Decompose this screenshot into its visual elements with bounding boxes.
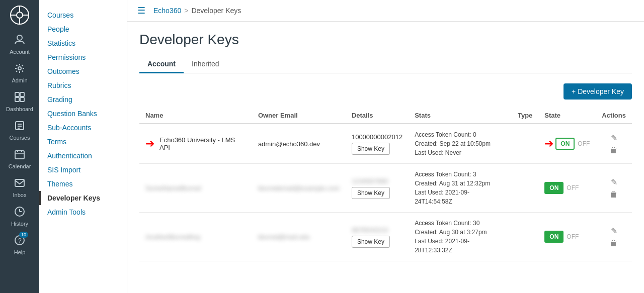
left-icon-nav: Account Admin Dashboard [0,0,39,293]
secondary-nav-admin-tools[interactable]: Admin Tools [39,205,127,219]
inbox-icon [14,177,25,191]
row3-show-key-button[interactable]: Show Key [352,236,390,248]
row1-actions: ✎ 🗑 [596,124,632,164]
row2-type [512,164,538,213]
nav-inbox-label: Inbox [13,192,27,198]
svg-rect-20 [15,179,24,186]
svg-point-7 [18,67,21,70]
row3-type [512,213,538,261]
calendar-icon [14,149,25,162]
row3-stats-text: Access Token Count: 30Created: Aug 30 at… [415,219,506,255]
row2-delete-icon[interactable]: 🗑 [610,190,618,199]
secondary-nav-grading[interactable]: Grading [39,92,127,107]
secondary-nav-themes[interactable]: Themes [39,177,127,191]
row2-toggle-off[interactable]: OFF [567,184,579,191]
history-icon [14,206,25,220]
row2-name-cell: SomeNameBlurred [139,164,252,213]
row2-toggle-group: ON OFF [544,182,590,194]
col-name: Name [139,108,252,124]
page-body: Developer Keys Account Inherited + Devel… [127,22,644,293]
row1-delete-icon[interactable]: 🗑 [610,146,618,155]
nav-item-history[interactable]: History [0,202,39,231]
admin-icon [14,63,25,76]
nav-account-label: Account [10,49,30,55]
row3-action-icons: ✎ 🗑 [602,226,626,248]
breadcrumb-home[interactable]: Echo360 [153,7,181,15]
nav-item-courses[interactable]: Courses [0,116,39,145]
row2-show-key-button[interactable]: Show Key [352,187,390,199]
nav-item-inbox[interactable]: Inbox [0,173,39,202]
svg-rect-11 [20,97,24,102]
help-icon: ? 10 [14,235,25,248]
row1-details: 10000000002012 Show Key [346,124,409,164]
nav-item-calendar[interactable]: Calendar [0,145,39,173]
row3-email: blurred@mail.edu [252,213,346,261]
secondary-nav-sis-import[interactable]: SIS Import [39,163,127,177]
tab-account[interactable]: Account [139,56,184,73]
row1-edit-icon[interactable]: ✎ [611,133,617,143]
tab-inherited[interactable]: Inherited [184,56,227,73]
row3-details-value: 9876543210 [352,226,403,234]
col-state: State [538,108,596,124]
nav-history-label: History [11,221,28,227]
table-row: ➔ Echo360 University - LMS API admin@ech… [139,124,632,164]
row3-delete-icon[interactable]: 🗑 [610,239,618,248]
svg-rect-10 [15,97,19,102]
svg-rect-8 [15,92,19,96]
row1-name-cell: ➔ Echo360 University - LMS API [139,124,252,164]
row1-email: admin@echo360.dev [252,124,346,164]
table-header: Name Owner Email Details Stats Type Stat… [139,108,632,124]
row1-arrow-right: ➔ [544,137,553,150]
secondary-nav-statistics[interactable]: Statistics [39,36,127,50]
developer-keys-table: Name Owner Email Details Stats Type Stat… [139,108,632,261]
nav-item-admin[interactable]: Admin [0,59,39,87]
app-logo [9,4,31,26]
row2-state: ON OFF [538,164,596,213]
row3-toggle-off[interactable]: OFF [567,233,579,240]
nav-item-dashboard[interactable]: Dashboard [0,87,39,116]
secondary-nav-question-banks[interactable]: Question Banks [39,107,127,121]
row2-name: SomeNameBlurred [145,184,201,192]
row2-edit-icon[interactable]: ✎ [611,177,617,187]
row1-state: ➔ ON OFF [538,124,596,164]
row1-action-icons: ✎ 🗑 [602,133,626,155]
secondary-nav-outcomes[interactable]: Outcomes [39,64,127,78]
row1-show-key-button[interactable]: Show Key [352,143,390,155]
row3-toggle-on[interactable]: ON [544,231,564,243]
row1-toggle-off[interactable]: OFF [578,140,590,147]
courses-icon [14,120,25,134]
row2-email-val: blurredemail@example.com [258,184,340,192]
row3-stats: Access Token Count: 30Created: Aug 30 at… [409,213,512,261]
row2-action-icons: ✎ 🗑 [602,177,626,199]
row1-type [512,124,538,164]
row2-actions: ✎ 🗑 [596,164,632,213]
add-developer-key-button[interactable]: + Developer Key [564,83,632,100]
page-title: Developer Keys [139,32,632,48]
nav-admin-label: Admin [12,77,27,83]
secondary-nav-permissions[interactable]: Permissions [39,50,127,64]
row3-name-cell: AnotherBlurredKey [139,213,252,261]
col-type: Type [512,108,538,124]
secondary-nav-courses[interactable]: Courses [39,8,127,22]
account-icon [14,34,25,48]
nav-item-help[interactable]: ? 10 Help [0,231,39,259]
row1-name-wrapper: ➔ Echo360 University - LMS API [145,136,246,151]
dashboard-icon [14,91,25,105]
row3-toggle-group: ON OFF [544,231,590,243]
hamburger-icon[interactable]: ☰ [137,5,145,16]
secondary-nav-sub-accounts[interactable]: Sub-Accounts [39,121,127,135]
row1-toggle-on[interactable]: ON [555,138,575,150]
secondary-nav-people[interactable]: People [39,22,127,36]
nav-item-account[interactable]: Account [0,30,39,59]
row2-toggle-on[interactable]: ON [544,182,564,194]
row1-details-value: 10000000002012 [352,133,403,141]
secondary-nav-developer-keys[interactable]: Developer Keys [39,191,127,205]
main-content: ☰ Echo360 > Developer Keys Developer Key… [127,0,644,293]
row3-state: ON OFF [538,213,596,261]
col-stats: Stats [409,108,512,124]
secondary-nav-authentication[interactable]: Authentication [39,149,127,163]
secondary-nav-terms[interactable]: Terms [39,135,127,149]
nav-courses-label: Courses [10,135,30,141]
row3-edit-icon[interactable]: ✎ [611,226,617,236]
secondary-nav-rubrics[interactable]: Rubrics [39,78,127,92]
